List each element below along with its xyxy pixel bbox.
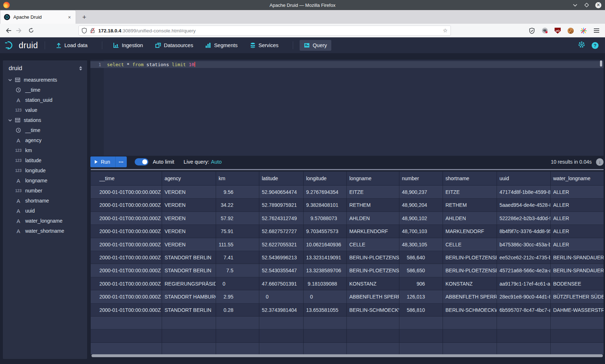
cell-uuid[interactable]: b475386c-30cc-453a-b3: [497, 238, 551, 251]
schema-tree-item-value[interactable]: 123value: [3, 105, 87, 115]
cell-longname[interactable]: BERLIN-SCHMOECKWITZ: [347, 304, 399, 317]
cell-longitude[interactable]: 10.0621640936: [304, 238, 347, 251]
cell-uuid[interactable]: 47174d8f-1b8e-4599-8a: [497, 186, 551, 199]
column-header-__time[interactable]: __time: [91, 172, 162, 186]
nav-item-query[interactable]: Query: [300, 40, 331, 51]
cell-number[interactable]: 586,650: [399, 264, 443, 277]
cell-number[interactable]: 126,013: [399, 290, 443, 303]
cell-water_longname[interactable]: ALLER: [551, 225, 604, 238]
menu-icon[interactable]: [593, 27, 600, 34]
cell-agency[interactable]: STANDORT BERLIN: [162, 264, 216, 277]
cell-__time[interactable]: 2000-01-01T00:00:00.000Z: [91, 251, 162, 264]
cell-number[interactable]: 48,900,204: [399, 199, 443, 211]
cell-latitude[interactable]: 52.6827572727: [259, 225, 304, 238]
cell-__time[interactable]: 2000-01-01T00:00:00.000Z: [91, 225, 162, 238]
cell-__time[interactable]: 2000-01-01T00:00:00.000Z: [91, 290, 162, 303]
column-header-latitude[interactable]: latitude: [259, 172, 304, 186]
cell-shortname[interactable]: AHLDEN: [443, 212, 497, 225]
cell-shortname[interactable]: RETHEM: [443, 199, 497, 211]
schema-tree-item-measurements[interactable]: measurements: [3, 75, 87, 85]
window-maximize-button[interactable]: [584, 2, 590, 8]
cell-water_longname[interactable]: BERLIN-SPANDAUER-SCH: [551, 264, 604, 277]
tracking-shield-icon[interactable]: [82, 28, 87, 33]
cell-shortname[interactable]: BERLIN-PLOETZENSEE OP: [443, 251, 497, 264]
column-header-longitude[interactable]: longitude: [304, 172, 347, 186]
cell-longitude[interactable]: 13.3238589706: [304, 264, 347, 277]
cell-uuid[interactable]: 5aaed954-de4e-4528-8f: [497, 199, 551, 211]
cell-uuid[interactable]: 45721a68-566c-4e2a-a6: [497, 264, 551, 277]
cell-latitude[interactable]: 47.6607501391: [259, 277, 304, 290]
cell-number[interactable]: 48,900,237: [399, 186, 443, 199]
browser-tab[interactable]: Apache Druid ×: [0, 10, 76, 24]
cell-longitude[interactable]: 13.3231419091: [304, 251, 347, 264]
cell-latitude[interactable]: 52.6227055321: [259, 238, 304, 251]
nav-item-load-data[interactable]: Load data: [51, 40, 92, 51]
schema-tree-item-longname[interactable]: Alongname: [3, 176, 87, 186]
cell-water_longname[interactable]: BERLIN-SPANDAUER-SCH: [551, 251, 604, 264]
cell-longitude[interactable]: 9.3828408101: [304, 199, 347, 211]
nav-item-segments[interactable]: Segments: [201, 40, 242, 51]
privacy-shield-icon[interactable]: [528, 27, 535, 34]
auto-limit-toggle[interactable]: [135, 158, 148, 165]
column-header-agency[interactable]: agency: [162, 172, 216, 186]
schema-tree-item-water_longname[interactable]: Awater_longname: [3, 216, 87, 226]
cell-shortname[interactable]: MARKLENDORF: [443, 225, 497, 238]
sort-icon[interactable]: [79, 66, 82, 70]
insecure-lock-icon[interactable]: [90, 28, 95, 33]
cell-__time[interactable]: 2000-01-01T00:00:00.000Z: [91, 186, 162, 199]
cell-uuid[interactable]: 6b595707-8c47-4bc7-a8: [497, 304, 551, 317]
editor-code-line[interactable]: select * from stations limit 10: [107, 61, 195, 68]
cell-km[interactable]: 34.22: [216, 199, 259, 211]
reload-icon[interactable]: [26, 26, 36, 36]
cell-longname[interactable]: CELLE: [347, 238, 399, 251]
schema-tree-item-longitude[interactable]: 123longitude: [3, 165, 87, 176]
cell-km[interactable]: 2.95: [216, 290, 259, 303]
cookie-extension-icon[interactable]: [567, 27, 574, 34]
editor-scrollbar[interactable]: [600, 60, 602, 67]
cell-longitude[interactable]: 13.653581055: [304, 304, 347, 317]
cell-km[interactable]: 9.56: [216, 186, 259, 199]
nav-item-services[interactable]: Services: [246, 40, 283, 51]
column-header-longname[interactable]: longname: [347, 172, 399, 186]
column-header-number[interactable]: number: [399, 172, 443, 186]
cell-water_longname[interactable]: DAHME-WASSERSTRASSE: [551, 304, 604, 317]
cell-shortname[interactable]: EITZE: [443, 186, 497, 199]
run-more-button[interactable]: •••: [115, 156, 127, 167]
cell-water_longname[interactable]: ALLER: [551, 186, 604, 199]
cell-__time[interactable]: 2000-01-01T00:00:00.000Z: [91, 304, 162, 317]
schema-tree-item-station_uuid[interactable]: Astation_uuid: [3, 95, 87, 105]
schema-tree-item-number[interactable]: 123number: [3, 186, 87, 196]
help-icon[interactable]: ?: [592, 42, 599, 49]
column-header-uuid[interactable]: uuid: [497, 172, 551, 186]
cell-longitude[interactable]: 9.7034557573: [304, 225, 347, 238]
cell-number[interactable]: 48,700,103: [399, 225, 443, 238]
url-bar[interactable]: 172.18.0.4:30899/unified-console.html#qu…: [79, 26, 451, 36]
cell-__time[interactable]: 2000-01-01T00:00:00.000Z: [91, 212, 162, 225]
cell-longname[interactable]: BERLIN-PLOETZENSEE UP: [347, 264, 399, 277]
cell-shortname[interactable]: ABBENFLETH SPERRWERK: [443, 290, 497, 303]
cell-agency[interactable]: REGIERUNGSPRÄSIDIUM: [162, 277, 216, 290]
column-header-water_longname[interactable]: water_longname: [551, 172, 604, 186]
query-editor[interactable]: 1 select * from stations limit 10: [90, 60, 604, 156]
schema-tree-item-km[interactable]: 123km: [3, 145, 87, 155]
cell-latitude[interactable]: 52.5436996213: [259, 251, 304, 264]
cell-longitude[interactable]: 9.181039088: [304, 277, 347, 290]
druid-logo[interactable]: druid: [5, 40, 38, 51]
cell-water_longname[interactable]: ALLER: [551, 238, 604, 251]
cell-__time[interactable]: 2000-01-01T00:00:00.000Z: [91, 264, 162, 277]
snowflake-extension-icon[interactable]: [580, 27, 587, 34]
cell-water_longname[interactable]: ALLER: [551, 199, 604, 211]
schema-tree-item-__time[interactable]: __time: [3, 85, 87, 95]
cell-uuid[interactable]: 522286e2-b2b3-4d0d-9a: [497, 212, 551, 225]
ublock-icon[interactable]: uO: [554, 27, 561, 34]
cell-longname[interactable]: ABBENFLETH SPERRWERK: [347, 290, 399, 303]
download-icon[interactable]: ↓: [596, 158, 604, 166]
cell-longitude[interactable]: 9.2767694354: [304, 186, 347, 199]
cell-__time[interactable]: 2000-01-01T00:00:00.000Z: [91, 238, 162, 251]
cell-agency[interactable]: VERDEN: [162, 225, 216, 238]
nav-item-datasources[interactable]: Datasources: [151, 40, 197, 51]
cell-km[interactable]: 111.55: [216, 238, 259, 251]
cell-km[interactable]: 75.91: [216, 225, 259, 238]
cell-latitude[interactable]: 0: [259, 290, 304, 303]
cell-shortname[interactable]: BERLIN-PLOETZENSEE UP: [443, 264, 497, 277]
